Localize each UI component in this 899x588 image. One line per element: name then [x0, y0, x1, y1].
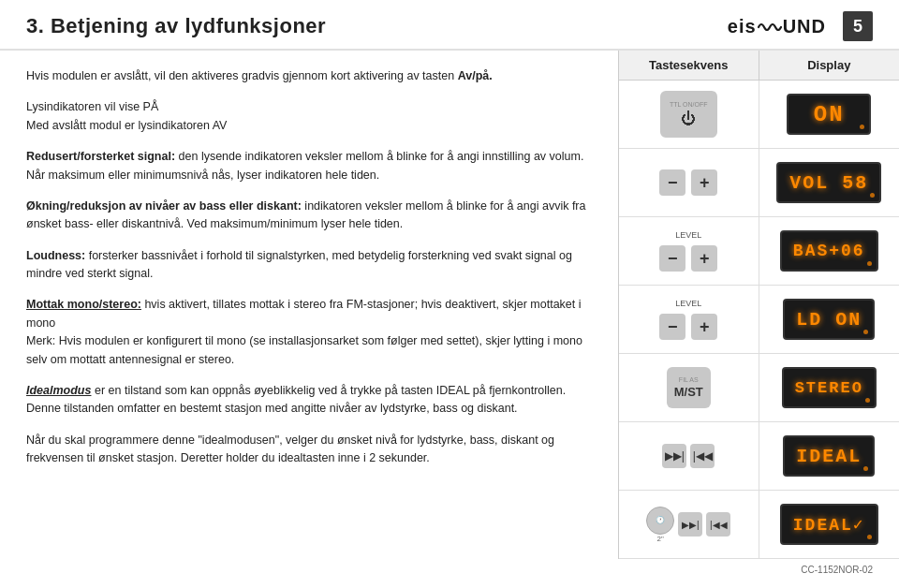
- seq-cell-3: LEVEL − +: [619, 217, 759, 285]
- fwd-button-6[interactable]: ▶▶|: [662, 444, 686, 468]
- pm-group-3: LEVEL − +: [659, 230, 717, 272]
- lysindikatorer-text: Lysindikatoren vil vise PÅMed avslått mo…: [26, 98, 599, 135]
- display-cell-3: BAS+06: [759, 217, 900, 285]
- back-button-7[interactable]: |◀◀: [706, 512, 730, 537]
- seq-cell-1: TTL ON/OFF ⏻: [619, 81, 759, 148]
- text-block-lysindikatorer: Lysindikatoren vil vise PÅMed avslått mo…: [26, 98, 599, 135]
- display-header: Tastesekvens Display: [618, 51, 899, 81]
- program-text: Når du skal programmere denne "idealmodu…: [26, 432, 599, 468]
- plus-button-2[interactable]: +: [691, 169, 717, 196]
- mst-top-label: FIL AS: [679, 376, 699, 383]
- display-header-cell: Display: [759, 51, 900, 80]
- mst-main-label: M/ST: [674, 385, 703, 399]
- loudness-text: Loudness: forsterker bassnivået i forhol…: [26, 247, 599, 284]
- display-cell-7: IDEAL✓: [759, 491, 900, 558]
- lcd-text-2: VOL 58: [789, 172, 868, 194]
- display-row-5: FIL AS M/ST STEREO: [619, 354, 899, 422]
- plus-button-3[interactable]: +: [691, 245, 717, 272]
- text-block-redusert: Redusert/forsterket signal: den lysende …: [26, 148, 599, 184]
- seq-cell-5: FIL AS M/ST: [619, 354, 759, 421]
- text-block-loudness: Loudness: forsterker bassnivået i forhol…: [26, 247, 599, 284]
- lcd-text-5: STEREO: [795, 379, 863, 397]
- lcd-display-7: IDEAL✓: [780, 504, 878, 545]
- lcd-display-6: IDEAL: [783, 435, 875, 477]
- display-row-2: − + VOL 58: [619, 149, 899, 217]
- intro-text: Hvis modulen er avslått, vil den aktiver…: [26, 67, 599, 85]
- lcd-display-3: BAS+06: [780, 230, 878, 272]
- display-cell-5: STEREO: [759, 354, 900, 421]
- power-button[interactable]: TTL ON/OFF ⏻: [660, 91, 717, 138]
- okning-text: Økning/reduksjon av nivåer av bass eller…: [26, 198, 599, 234]
- minus-button-4[interactable]: −: [659, 314, 685, 340]
- seq-header: Tastesekvens: [619, 51, 759, 80]
- level-label-3: LEVEL: [675, 230, 701, 240]
- lcd-display-4: LD ON: [783, 299, 875, 340]
- pm-group-2: − +: [659, 169, 717, 196]
- seq-cell-6: ▶▶| |◀◀: [619, 422, 759, 490]
- display-row-6: ▶▶| |◀◀ IDEAL: [619, 422, 899, 491]
- main-content: Hvis modulen er avslått, vil den aktiver…: [0, 51, 899, 559]
- lcd-dot-1: [860, 125, 864, 129]
- level-label-4: LEVEL: [675, 299, 701, 308]
- page-header: 3. Betjening av lydfunksjoner eis UND 5: [0, 0, 899, 51]
- power-icon: ⏻: [681, 110, 696, 127]
- fwd-btn-row-7: 🕐 2" ▶▶| |◀◀: [646, 507, 730, 543]
- display-row-3: LEVEL − + BAS+06: [619, 217, 899, 286]
- lcd-text-4: LD ON: [796, 309, 862, 331]
- eissound-logo: eis UND: [728, 16, 826, 37]
- page-container: 3. Betjening av lydfunksjoner eis UND 5 …: [0, 0, 899, 588]
- back-button-6[interactable]: |◀◀: [690, 444, 715, 468]
- display-cell-1: ON: [759, 81, 900, 148]
- mst-button[interactable]: FIL AS M/ST: [667, 367, 711, 408]
- pm-buttons-4: − +: [659, 314, 717, 340]
- plus-button-4[interactable]: +: [691, 314, 717, 340]
- lcd-text-3: BAS+06: [793, 242, 865, 260]
- lcd-text-1: ON: [814, 102, 845, 127]
- pm-buttons-2: − +: [659, 169, 717, 196]
- lcd-dot-4: [863, 330, 868, 334]
- text-block-mottak: Mottak mono/stereo: hvis aktivert, tilla…: [26, 296, 599, 369]
- redusert-text: Redusert/forsterket signal: den lysende …: [26, 148, 599, 184]
- timer-label: 2": [657, 535, 664, 543]
- minus-button-2[interactable]: −: [659, 169, 685, 196]
- logo-container: eis UND: [728, 16, 826, 37]
- seq-cell-7: 🕐 2" ▶▶| |◀◀: [619, 491, 759, 558]
- display-cell-2: VOL 58: [759, 149, 900, 216]
- fwd-btn-row-6: ▶▶| |◀◀: [662, 444, 715, 468]
- footer-code: CC-1152NOR-02: [801, 565, 873, 575]
- idealmodus-text: Idealmodus er en tilstand som kan oppnås…: [26, 382, 599, 419]
- lcd-dot-6: [863, 466, 868, 471]
- lcd-text-7: IDEAL✓: [793, 514, 865, 535]
- display-cell-4: LD ON: [759, 286, 900, 353]
- text-block-okning: Økning/reduksjon av nivåer av bass eller…: [26, 198, 599, 234]
- display-row-1: TTL ON/OFF ⏻ ON: [619, 81, 899, 149]
- header-right: eis UND 5: [728, 11, 873, 41]
- pm-buttons-3: − +: [659, 245, 717, 272]
- minus-button-3[interactable]: −: [659, 245, 685, 272]
- display-rows: TTL ON/OFF ⏻ ON: [618, 81, 899, 559]
- lcd-dot-5: [865, 398, 870, 403]
- lcd-dot-3: [867, 261, 872, 266]
- seq-cell-2: − +: [619, 149, 759, 216]
- last-seq: 🕐 2" ▶▶| |◀◀: [646, 507, 730, 543]
- text-block-idealmodus: Idealmodus er en tilstand som kan oppnås…: [26, 382, 599, 419]
- text-column: Hvis modulen er avslått, vil den aktiver…: [0, 51, 618, 559]
- wave-icon: [757, 19, 783, 36]
- display-cell-6: IDEAL: [759, 422, 900, 490]
- page-title: 3. Betjening av lydfunksjoner: [26, 14, 326, 38]
- footer: CC-1152NOR-02: [0, 559, 899, 581]
- lcd-display-1: ON: [787, 94, 871, 135]
- text-block-intro: Hvis modulen er avslått, vil den aktiver…: [26, 67, 599, 85]
- ttl-label: TTL ON/OFF: [670, 101, 708, 108]
- fwd-button-7[interactable]: ▶▶|: [678, 512, 702, 537]
- pm-group-4: LEVEL − +: [659, 299, 717, 340]
- lcd-dot-7: [867, 535, 872, 539]
- lcd-display-2: VOL 58: [776, 162, 881, 203]
- display-row-7: 🕐 2" ▶▶| |◀◀ IDEAL✓: [619, 491, 899, 559]
- lcd-display-5: STEREO: [782, 367, 877, 408]
- timer-icon: 🕐: [656, 516, 665, 524]
- lcd-dot-2: [870, 193, 875, 198]
- seq-cell-4: LEVEL − +: [619, 286, 759, 353]
- display-row-4: LEVEL − + LD ON: [619, 286, 899, 354]
- timer-circle: 🕐: [646, 507, 674, 535]
